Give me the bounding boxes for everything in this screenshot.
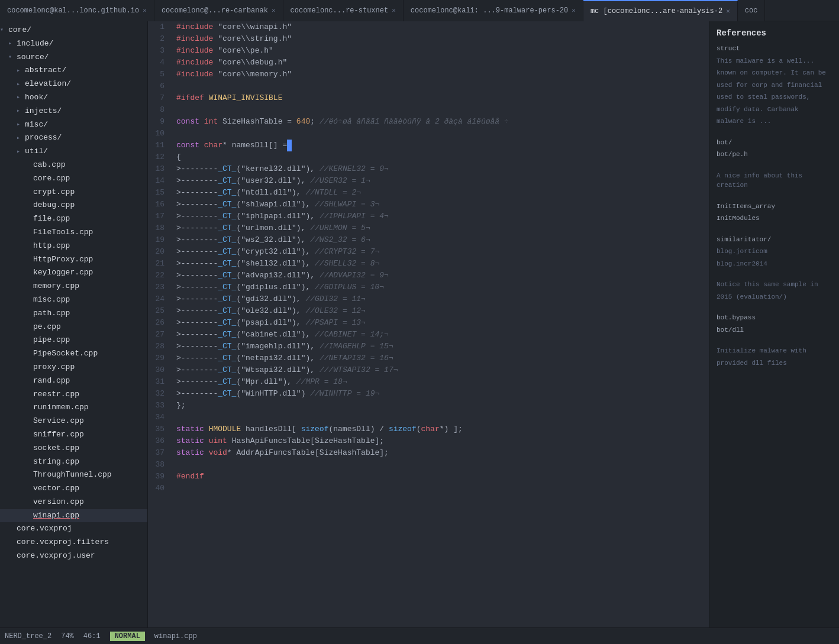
code-line: 14>--------_CT_("user32.dll"), //USER32 … (148, 175, 709, 187)
tree-item[interactable]: core.vcxproj (0, 522, 147, 536)
code-line: 35static HMODULE handlesDll[ sizeof(name… (148, 423, 709, 435)
code-line: 40 (148, 483, 709, 494)
ref-line-5: used to steal passwords, (712, 91, 837, 103)
code-line: 30>--------_CT_("Wtsapi32.dll"), ///WTSA… (148, 364, 709, 376)
tree-item[interactable]: ThroughTunnel.cpp (0, 468, 147, 482)
code-line: 7#ifdef WINAPI_INVISIBLE (148, 92, 709, 104)
tree-item[interactable]: ▸ util/ (0, 145, 147, 158)
tree-item[interactable]: reestr.cpp (0, 388, 147, 402)
code-line: 24>--------_CT_("gdi32.dll"), //GDI32 = … (148, 293, 709, 305)
tree-item[interactable]: pipe.cpp (0, 334, 147, 347)
tree-item[interactable]: ▸ injects/ (0, 105, 147, 118)
tab-0[interactable]: cocomelonc@kal...lonc.github.io ✕ (0, 0, 154, 21)
tree-item[interactable]: ▸ hook/ (0, 91, 147, 105)
tree-item[interactable]: cab.cpp (0, 158, 147, 172)
tree-item[interactable]: FileTools.cpp (0, 226, 147, 240)
tab-bar: cocomelonc@kal...lonc.github.io ✕ cocome… (0, 0, 839, 21)
tree-item[interactable]: debug.cpp (0, 199, 147, 212)
tab-1[interactable]: cocomelonc@...re-carbanak ✕ (154, 0, 283, 21)
tab-3[interactable]: cocomelonc@kali: ...9-malware-pers-20 ✕ (404, 0, 583, 21)
ref-line-16: Notice this same sample in (712, 279, 837, 291)
code-line: 33}; (148, 400, 709, 412)
code-line: 13>--------_CT_("kernel32.dll"), //KERNE… (148, 163, 709, 175)
tree-item[interactable]: core.cpp (0, 172, 147, 186)
tree-item[interactable]: proxy.cpp (0, 361, 147, 374)
code-line: 38 (148, 459, 709, 471)
status-filename: winapi.cpp (154, 632, 197, 640)
code-line: 23>--------_CT_("gdiplus.dll"), //GDIPLU… (148, 281, 709, 293)
ref-line-15: blog.incr2014 (712, 258, 837, 270)
code-line: 6 (148, 80, 709, 92)
tree-item[interactable]: ▾ source/ (0, 51, 147, 64)
code-line: 31>--------_CT_("Mpr.dll"), //MPR = 18¬ (148, 376, 709, 388)
tree-item[interactable]: ▸ elevation/ (0, 77, 147, 91)
tree-item[interactable]: ▸ abstract/ (0, 64, 147, 77)
code-line: 10 (148, 128, 709, 140)
tree-item[interactable]: ▸ process/ (0, 131, 147, 145)
tree-item[interactable]: file.cpp (0, 212, 147, 226)
ref-line-13: similaritator/ (712, 234, 837, 246)
code-container[interactable]: 1#include "core\\winapi.h"2#include "cor… (148, 21, 709, 627)
code-line: 12{ (148, 151, 709, 163)
tree-item[interactable]: ▸ misc/ (0, 118, 147, 132)
nerd-tree-label: NERD_tree_2 (5, 632, 51, 640)
tree-item[interactable]: ▾ core/ (0, 24, 147, 37)
tab-4-label: mc [cocomelonc...are-analysis-2 (590, 7, 722, 15)
tree-item[interactable]: memory.cpp (0, 280, 147, 293)
tree-item[interactable]: rand.cpp (0, 374, 147, 388)
ref-line-17: 2015 (evaluation/) (712, 291, 837, 303)
tab-5[interactable]: coc (738, 0, 766, 21)
ref-line-20: Initialize malware with (712, 345, 837, 357)
tree-item[interactable]: vector.cpp (0, 482, 147, 496)
tab-3-close[interactable]: ✕ (572, 7, 576, 14)
code-line: 26>--------_CT_("psapi.dll"), //PSAPI = … (148, 317, 709, 329)
tab-3-label: cocomelonc@kali: ...9-malware-pers-20 (411, 7, 568, 15)
ref-line-4: used for corp and financial (712, 79, 837, 92)
ref-line-2: This malware is a well... (712, 55, 837, 67)
right-panel-title: References (712, 26, 837, 43)
tree-item[interactable]: runinmem.cpp (0, 401, 147, 415)
tab-4[interactable]: mc [cocomelonc...are-analysis-2 ✕ (583, 0, 738, 21)
tree-item[interactable]: pe.cpp (0, 321, 147, 334)
code-line: 19>--------_CT_("ws2_32.dll"), //WS2_32 … (148, 234, 709, 246)
tree-item[interactable]: version.cpp (0, 496, 147, 509)
tree-item[interactable]: HttpProxy.cpp (0, 253, 147, 267)
code-line: 2#include "core\\string.h" (148, 33, 709, 45)
tree-item[interactable]: http.cpp (0, 240, 147, 253)
status-percent: 74% (61, 632, 74, 640)
ref-line-11: InitItems_array (712, 200, 837, 213)
ref-line-9: bot/pe.h (712, 148, 837, 161)
status-position: 46:1 (83, 632, 101, 640)
tree-item[interactable]: Service.cpp (0, 415, 147, 428)
tree-item[interactable]: PipeSocket.cpp (0, 347, 147, 361)
tree-item[interactable]: keylogger.cpp (0, 266, 147, 280)
tab-4-close[interactable]: ✕ (726, 7, 730, 15)
tree-item[interactable]: sniffer.cpp (0, 428, 147, 442)
tree-item[interactable]: core.vcxproj.filters (0, 536, 147, 549)
tree-item[interactable]: ▸ include/ (0, 37, 147, 51)
code-line: 34 (148, 412, 709, 423)
right-panel: References struct This malware is a well… (709, 21, 839, 627)
tree-item[interactable]: misc.cpp (0, 293, 147, 307)
ref-line-14: blog.jorticom (712, 245, 837, 258)
tree-item[interactable]: crypt.cpp (0, 186, 147, 199)
tab-0-label: cocomelonc@kal...lonc.github.io (7, 7, 139, 15)
tab-0-close[interactable]: ✕ (143, 7, 147, 14)
tree-item[interactable]: string.cpp (0, 455, 147, 469)
tab-2[interactable]: cocomelonc...re-stuxnet ✕ (283, 0, 404, 21)
tree-item[interactable]: socket.cpp (0, 442, 147, 455)
code-line: 37static void* AddrApiFuncsTable[SizeHas… (148, 447, 709, 459)
ref-line-6: modify data. Carbanak (712, 103, 837, 116)
tree-item[interactable]: path.cpp (0, 307, 147, 321)
ref-line-7: malware is ... (712, 115, 837, 128)
code-line: 21>--------_CT_("shell32.dll"), //SHELL3… (148, 258, 709, 270)
code-line: 4#include "core\\debug.h" (148, 57, 709, 69)
code-line: 15>--------_CT_("ntdll.dll"), //NTDLL = … (148, 187, 709, 199)
tab-2-close[interactable]: ✕ (392, 7, 396, 14)
code-line: 11const char* namesDll[] = (148, 140, 709, 151)
tree-item[interactable]: core.vcxproj.user (0, 549, 147, 563)
code-line: 25>--------_CT_("ole32.dll"), //OLE32 = … (148, 305, 709, 317)
tree-item[interactable]: winapi.cpp (0, 509, 147, 523)
mode-badge: NORMAL (110, 632, 145, 641)
tab-1-close[interactable]: ✕ (272, 7, 276, 14)
